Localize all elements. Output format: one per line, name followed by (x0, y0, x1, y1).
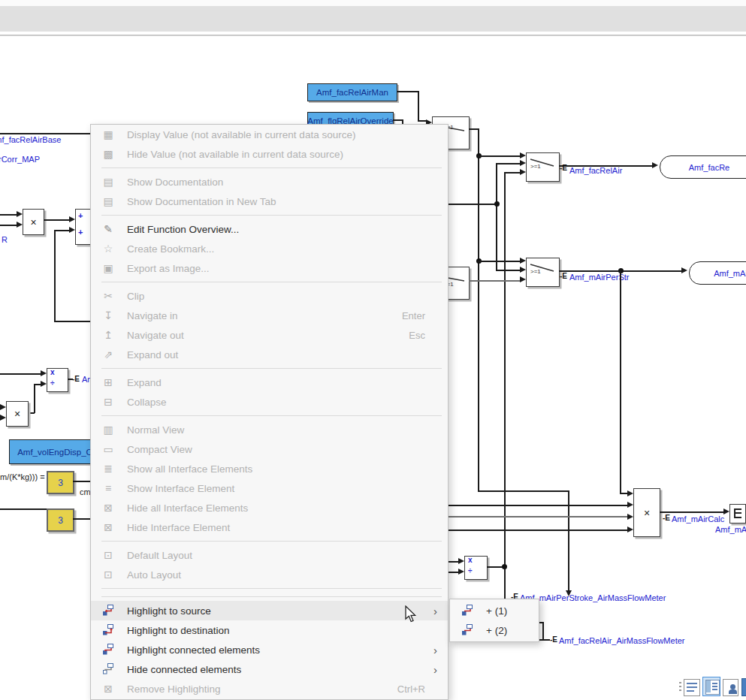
menu-item-show-interface-element[interactable]: ≡ Show Interface Element (91, 478, 448, 498)
signal-line[interactable] (54, 230, 56, 321)
product-block[interactable]: × (6, 401, 29, 427)
constant-block[interactable]: 3 (47, 471, 74, 494)
signal-line[interactable] (478, 490, 569, 492)
product-block[interactable]: × (633, 488, 660, 537)
signal-line[interactable] (478, 261, 520, 262)
divide-block[interactable]: x ÷ (464, 556, 488, 580)
signal-line[interactable] (54, 321, 90, 322)
clip-icon: ✂ (100, 290, 116, 302)
submenu-item-plus-1[interactable]: + (1) (450, 601, 539, 620)
switch-block[interactable]: >=1 (526, 152, 560, 182)
signal-line[interactable] (44, 219, 69, 221)
signal-line[interactable] (418, 91, 419, 121)
menu-item-expand-out[interactable]: ⇗ Expand out (91, 345, 448, 364)
signal-line[interactable] (73, 481, 90, 482)
signal-line[interactable] (73, 518, 90, 520)
signal-line[interactable] (449, 204, 497, 205)
author-view-icon[interactable] (723, 679, 738, 696)
constant-block[interactable]: 3 (47, 508, 74, 532)
signal-line[interactable] (449, 561, 458, 563)
signal-line[interactable] (0, 508, 47, 510)
signal-line[interactable] (496, 270, 520, 271)
menu-item-clip[interactable]: ✂ Clip (91, 286, 448, 306)
signal-line[interactable] (496, 163, 497, 271)
goto-tag-label[interactable]: Amf_mA (715, 525, 746, 534)
model-browser-icon[interactable] (741, 678, 746, 696)
signal-label[interactable]: Amf_facRelAir_AirMassFlowMeter (559, 636, 684, 645)
inport-label-block[interactable]: Amf_volEngDisp_C (9, 439, 101, 464)
signal-label[interactable]: R (2, 235, 8, 244)
product-block[interactable]: × (23, 209, 44, 235)
menu-item-collapse[interactable]: ⊟ Collapse (91, 392, 448, 412)
signal-line[interactable] (0, 133, 90, 134)
signal-line[interactable] (449, 530, 627, 531)
toolstrip[interactable] (0, 6, 746, 32)
menu-item-compact-view[interactable]: ▭ Compact View (91, 439, 448, 459)
menu-item-highlight-to-destination[interactable]: Highlight to destination (91, 620, 448, 640)
signal-line[interactable] (0, 373, 41, 375)
menu-item-show-documentation[interactable]: ▤ Show Documentation (91, 172, 448, 192)
hide-panel-icon[interactable] (684, 679, 700, 696)
menu-item-show-documentation-new-tab[interactable]: ▤ Show Documentation in New Tab (91, 192, 448, 211)
signal-label[interactable]: rCorr_MAP (0, 155, 40, 164)
menu-item-hide-all-interface-elements[interactable]: ⊠ Hide all Interface Elements (91, 498, 448, 517)
signal-label-connector: -E (663, 514, 670, 522)
signal-line[interactable] (478, 128, 479, 492)
menu-item-remove-highlighting[interactable]: ⊠ Remove Highlighting Ctrl+R (91, 679, 448, 698)
signal-line[interactable] (0, 214, 17, 216)
signal-line[interactable] (449, 505, 627, 506)
outport-block[interactable]: Amf_mAirP (689, 261, 746, 285)
menu-item-highlight-connected-elements[interactable]: Highlight connected elements › (91, 640, 448, 659)
menu-item-normal-view[interactable]: ▥ Normal View (91, 420, 448, 439)
signal-line[interactable] (397, 91, 418, 92)
signal-line[interactable] (28, 412, 35, 414)
menu-item-highlight-to-source[interactable]: Highlight to source › (91, 601, 448, 620)
signal-line[interactable] (0, 225, 17, 226)
interface-hide-icon: ⊠ (100, 502, 116, 514)
signal-label[interactable]: Amf_mAirCalc (672, 514, 724, 523)
menu-item-expand[interactable]: ⊞ Expand (91, 373, 448, 392)
submenu-item-plus-2[interactable]: + (2) (450, 620, 539, 640)
signal-line[interactable] (620, 493, 627, 494)
signal-line[interactable] (469, 280, 520, 282)
menu-item-show-all-interface-elements[interactable]: ≣ Show all Interface Elements (91, 459, 448, 478)
menu-item-hide-interface-element[interactable]: ⊠ Hide Interface Element (91, 517, 448, 537)
divide-block[interactable]: x ÷ (47, 368, 68, 392)
switch-block[interactable]: >=1 (526, 258, 560, 287)
goto-block[interactable] (729, 504, 746, 523)
titlebar (0, 0, 746, 6)
document-icon: ▤ (100, 176, 116, 188)
menu-item-auto-layout[interactable]: ⊡ Auto Layout (91, 565, 448, 584)
menu-item-default-layout[interactable]: ⊡ Default Layout (91, 545, 448, 565)
signal-label[interactable]: Amf_facRelAir (569, 166, 622, 175)
pencil-icon: ✎ (100, 223, 116, 235)
menu-item-export-as-image[interactable]: ▣ Export as Image... (91, 258, 448, 278)
menu-item-navigate-in[interactable]: ↧ Navigate in Enter (91, 306, 448, 325)
signal-line[interactable] (449, 516, 627, 517)
hide-connected-icon (100, 662, 116, 677)
signal-line[interactable] (478, 155, 520, 157)
signal-line[interactable] (542, 622, 544, 641)
simulink-editor-window: { "menu": { "items": [ {"label": "Displa… (0, 0, 746, 700)
signal-line[interactable] (620, 270, 621, 493)
signal-line[interactable] (34, 384, 35, 413)
outport-block[interactable]: Amf_facRe (660, 155, 746, 179)
menu-item-hide-value[interactable]: ▩ Hide Value (not available in current d… (91, 144, 448, 164)
signal-line[interactable] (496, 163, 520, 164)
signal-label[interactable]: Amf_facRelAirBase (0, 135, 61, 144)
signal-line[interactable] (504, 172, 520, 173)
signal-line[interactable] (449, 572, 458, 573)
menu-item-edit-function-overview[interactable]: ✎ Edit Function Overview... (91, 219, 448, 239)
signal-line[interactable] (54, 230, 69, 231)
menu-item-display-value[interactable]: ▦ Display Value (not available in curren… (91, 125, 448, 144)
menu-item-hide-connected-elements[interactable]: Hide connected elements › (91, 659, 448, 679)
menu-item-navigate-out[interactable]: ↥ Navigate out Esc (91, 325, 448, 345)
interface-list-icon: ≣ (100, 463, 116, 475)
signal-label-connector: -E (560, 272, 567, 280)
signal-line[interactable] (660, 511, 723, 513)
signal-label[interactable]: Amf_mAirPerStroke_AirMassFlowMeter (520, 593, 666, 602)
split-view-icon[interactable] (702, 677, 720, 696)
menu-item-create-bookmark[interactable]: ☆ Create Bookmark... (91, 239, 448, 258)
inport-label-block[interactable]: Amf_facRelAirMan (307, 83, 397, 101)
signal-line[interactable] (504, 172, 506, 599)
